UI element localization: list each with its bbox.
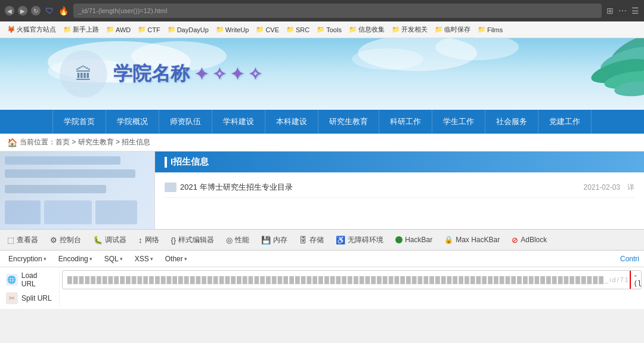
bookmark-label: SRC — [296, 26, 309, 33]
logo-icon: 🏛 — [75, 64, 92, 84]
console-label: 控制台 — [60, 235, 81, 245]
nav-social[interactable]: 社会服务 — [485, 110, 538, 134]
forward-button[interactable]: ▶ — [18, 6, 27, 16]
bookmark-12[interactable]: 📁 Films — [475, 24, 505, 35]
url-payload-highlight: -(length(user())=12) — [630, 270, 642, 289]
hackbar-contrib[interactable]: Contri — [620, 255, 639, 263]
bookmark-11[interactable]: 📁 临时保存 — [432, 24, 473, 35]
split-url-button[interactable]: ✂ Split URL — [0, 290, 60, 307]
hackbar-other-menu[interactable]: Other ▾ — [162, 254, 191, 264]
bookmark-label: CTF — [147, 26, 160, 33]
breadcrumb: 🏠 当前位置：首页 > 研究生教育 > 招生信息 — [0, 134, 644, 152]
hackbar-encoding-menu[interactable]: Encoding ▾ — [55, 254, 96, 264]
devtools-maxhackbar[interactable]: 🔒 Max HacKBar — [442, 234, 502, 245]
sql-arrow: ▾ — [120, 256, 123, 262]
extensions-icon[interactable]: ⊞ — [606, 6, 614, 16]
bookmark-4[interactable]: 📁 DayDayUp — [165, 24, 211, 35]
section-title: I招生信息 — [155, 152, 644, 172]
item-meta: 2021-02-03 详 — [584, 183, 634, 193]
nav-faculty[interactable]: 师资队伍 — [159, 110, 212, 134]
bookmarks-bar: 🦊 火狐官方站点 📁 新手上路 📁 AWD 📁 CTF 📁 DayDayUp 📁… — [0, 21, 644, 38]
bookmark-9[interactable]: 📁 信息收集 — [346, 24, 387, 35]
encoding-arrow: ▾ — [89, 256, 92, 262]
devtools-memory[interactable]: 💾 内存 — [259, 234, 290, 246]
network-label: 网络 — [145, 235, 159, 245]
url-area: 🌐 Load URL █████████████████████████████… — [0, 267, 644, 310]
url-input[interactable]: ████████████████████████████████████████… — [62, 270, 642, 289]
leaves-decoration — [566, 38, 644, 104]
more-link[interactable]: 详 — [627, 183, 634, 193]
shield-icon: 🛡 — [45, 6, 54, 16]
devtools-inspector[interactable]: ⬚ 查看器 — [5, 234, 41, 246]
nav-research[interactable]: 科研工作 — [379, 110, 432, 134]
folder-icon: 📁 — [349, 26, 357, 33]
devtools-debugger[interactable]: 🐛 调试器 — [91, 234, 129, 246]
inspector-icon: ⬚ — [7, 236, 14, 245]
hackbar-sql-menu[interactable]: SQL ▾ — [101, 254, 126, 264]
devtools-performance[interactable]: ◎ 性能 — [224, 234, 252, 246]
left-panel — [0, 152, 155, 229]
bookmark-3[interactable]: 📁 CTF — [135, 24, 162, 35]
browser-nav-buttons[interactable]: ◀ ▶ ↻ — [5, 6, 41, 16]
hackbar-encryption-menu[interactable]: Encryption ▾ — [5, 254, 50, 264]
folder-icon: 📁 — [478, 26, 486, 33]
folder-icon: 📁 — [106, 26, 114, 33]
breadcrumb-text: 当前位置：首页 > 研究生教育 > 招生信息 — [20, 137, 150, 147]
bookmark-label: CVE — [265, 26, 279, 33]
load-url-label: Load URL — [21, 271, 53, 288]
item-date: 2021-02-03 — [584, 183, 620, 191]
bookmark-5[interactable]: 📁 WriteUp — [213, 24, 252, 35]
bookmark-label: 火狐官方站点 — [17, 25, 56, 34]
devtools-style-editor[interactable]: {} 样式编辑器 — [169, 234, 217, 246]
reload-button[interactable]: ↻ — [31, 6, 41, 16]
bookmark-7[interactable]: 📁 SRC — [284, 24, 312, 35]
devtools-bar: ⬚ 查看器 ⚙ 控制台 🐛 调试器 ↕ 网络 {} 样式编辑器 ◎ 性能 💾 内… — [0, 229, 644, 251]
fire-icon: 🔥 — [58, 6, 69, 16]
devtools-storage[interactable]: 🗄 存储 — [297, 234, 326, 246]
encoding-label: Encoding — [58, 255, 88, 263]
bookmark-firefox[interactable]: 🦊 火狐官方站点 — [5, 24, 58, 35]
menu-icon[interactable]: ☰ — [631, 6, 639, 16]
devtools-adblock[interactable]: ⊘ AdBlock — [509, 234, 549, 246]
devtools-hackbar[interactable]: HackBar — [393, 234, 435, 245]
more-menu-icon[interactable]: ⋯ — [618, 6, 627, 16]
nav-student[interactable]: 学生工作 — [432, 110, 485, 134]
bookmark-label: 新手上路 — [73, 25, 99, 34]
nav-grad[interactable]: 研究生教育 — [318, 110, 379, 134]
bookmark-label: 信息收集 — [358, 25, 385, 34]
back-button[interactable]: ◀ — [5, 6, 14, 16]
hackbar-icon — [395, 236, 402, 243]
storage-label: 存储 — [309, 235, 324, 245]
bookmark-8[interactable]: 📁 Tools — [314, 24, 344, 35]
split-url-icon: ✂ — [6, 292, 18, 304]
other-label: Other — [165, 255, 183, 263]
bookmark-1[interactable]: 📁 新手上路 — [61, 24, 101, 35]
bookmark-6[interactable]: 📁 CVE — [253, 24, 281, 35]
devtools-console[interactable]: ⚙ 控制台 — [48, 234, 83, 246]
address-bar[interactable]: _id/71-(length(user())=12).html — [73, 4, 602, 18]
nav-discipline[interactable]: 学科建设 — [212, 110, 265, 134]
adblock-icon: ⊘ — [512, 236, 518, 245]
item-title[interactable]: 2021 年博士研究生招生专业目录 — [165, 182, 293, 193]
devtools-network[interactable]: ↕ 网络 — [136, 234, 162, 246]
other-arrow: ▾ — [184, 256, 187, 262]
breadcrumb-icon: 🏠 — [7, 138, 17, 147]
url-blurred-part: ████████████████████████████████████████… — [67, 276, 630, 283]
nav-home[interactable]: 学院首页 — [52, 110, 106, 134]
nav-overview[interactable]: 学院概况 — [106, 110, 159, 134]
firefox-icon: 🦊 — [7, 26, 16, 33]
memory-icon: 💾 — [261, 236, 271, 245]
item-title-text: 2021 年博士研究生招生专业目录 — [180, 182, 293, 193]
bookmark-10[interactable]: 📁 开发相关 — [389, 24, 430, 35]
bookmark-label: WriteUp — [225, 26, 249, 33]
site-logo: 🏛 — [60, 50, 107, 98]
folder-icon: 📁 — [435, 26, 443, 33]
hackbar-xss-menu[interactable]: XSS ▾ — [131, 254, 157, 264]
nav-undergrad[interactable]: 本科建设 — [265, 110, 318, 134]
nav-party[interactable]: 党建工作 — [538, 110, 592, 134]
bookmark-2[interactable]: 📁 AWD — [104, 24, 133, 35]
devtools-accessibility[interactable]: ♿ 无障碍环境 — [333, 234, 386, 246]
load-url-button[interactable]: 🌐 Load URL — [0, 270, 60, 289]
url-display: _id/71-(length(user())=12).html — [78, 7, 167, 14]
load-url-icon: 🌐 — [6, 274, 18, 286]
